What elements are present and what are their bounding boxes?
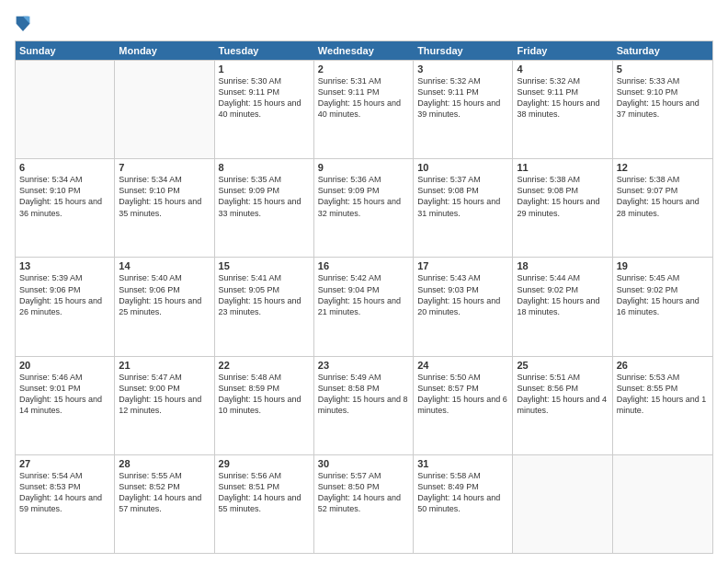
day-info: Sunrise: 5:53 AM Sunset: 8:55 PM Dayligh… [617, 372, 709, 417]
day-info: Sunrise: 5:31 AM Sunset: 9:11 PM Dayligh… [318, 75, 409, 121]
logo [15, 13, 33, 33]
header [15, 13, 713, 33]
day-number: 14 [119, 260, 210, 271]
day-number: 20 [19, 360, 110, 371]
day-number: 13 [19, 260, 110, 271]
day-info: Sunrise: 5:36 AM Sunset: 9:09 PM Dayligh… [318, 174, 409, 219]
day-number: 8 [219, 162, 310, 173]
calendar-cell [16, 61, 115, 158]
day-info: Sunrise: 5:44 AM Sunset: 9:02 PM Dayligh… [517, 272, 608, 317]
day-number: 18 [517, 260, 608, 271]
day-info: Sunrise: 5:39 AM Sunset: 9:06 PM Dayligh… [19, 272, 110, 317]
calendar-cell: 22Sunrise: 5:48 AM Sunset: 8:59 PM Dayli… [215, 357, 314, 454]
day-number: 30 [318, 458, 409, 469]
day-number: 26 [617, 360, 709, 371]
calendar-cell [115, 61, 214, 158]
calendar-cell [613, 455, 712, 553]
calendar-cell: 23Sunrise: 5:49 AM Sunset: 8:58 PM Dayli… [314, 357, 414, 454]
calendar-cell: 17Sunrise: 5:43 AM Sunset: 9:03 PM Dayli… [414, 258, 513, 355]
calendar-cell: 29Sunrise: 5:56 AM Sunset: 8:51 PM Dayli… [215, 455, 314, 553]
logo-icon [15, 13, 31, 33]
calendar-row: 6Sunrise: 5:34 AM Sunset: 9:10 PM Daylig… [16, 158, 712, 257]
header-day: Saturday [613, 41, 712, 60]
day-number: 12 [617, 162, 709, 173]
day-number: 15 [219, 260, 310, 271]
header-day: Tuesday [215, 41, 314, 60]
calendar-cell: 28Sunrise: 5:55 AM Sunset: 8:52 PM Dayli… [115, 455, 214, 553]
day-info: Sunrise: 5:57 AM Sunset: 8:50 PM Dayligh… [318, 470, 409, 515]
calendar-cell: 24Sunrise: 5:50 AM Sunset: 8:57 PM Dayli… [414, 357, 513, 454]
day-info: Sunrise: 5:38 AM Sunset: 9:08 PM Dayligh… [517, 174, 608, 219]
calendar-row: 20Sunrise: 5:46 AM Sunset: 9:01 PM Dayli… [16, 356, 712, 454]
day-info: Sunrise: 5:34 AM Sunset: 9:10 PM Dayligh… [119, 174, 210, 219]
calendar-cell: 31Sunrise: 5:58 AM Sunset: 8:49 PM Dayli… [414, 455, 513, 553]
header-day: Thursday [414, 41, 513, 60]
day-info: Sunrise: 5:49 AM Sunset: 8:58 PM Dayligh… [318, 372, 409, 417]
day-info: Sunrise: 5:50 AM Sunset: 8:57 PM Dayligh… [417, 372, 508, 417]
header-day: Wednesday [314, 41, 414, 60]
day-info: Sunrise: 5:33 AM Sunset: 9:10 PM Dayligh… [617, 75, 709, 121]
day-number: 25 [517, 360, 608, 371]
day-number: 31 [417, 458, 508, 469]
calendar-header: SundayMondayTuesdayWednesdayThursdayFrid… [16, 41, 712, 60]
day-number: 6 [19, 162, 110, 173]
day-number: 29 [219, 458, 310, 469]
calendar-cell: 6Sunrise: 5:34 AM Sunset: 9:10 PM Daylig… [16, 159, 115, 257]
calendar-cell: 1Sunrise: 5:30 AM Sunset: 9:11 PM Daylig… [215, 61, 314, 158]
day-info: Sunrise: 5:55 AM Sunset: 8:52 PM Dayligh… [119, 470, 210, 515]
day-info: Sunrise: 5:40 AM Sunset: 9:06 PM Dayligh… [119, 272, 210, 317]
day-info: Sunrise: 5:34 AM Sunset: 9:10 PM Dayligh… [19, 174, 110, 219]
day-info: Sunrise: 5:42 AM Sunset: 9:04 PM Dayligh… [318, 272, 409, 317]
calendar-cell: 14Sunrise: 5:40 AM Sunset: 9:06 PM Dayli… [115, 258, 214, 355]
calendar-cell [513, 455, 612, 553]
calendar-cell: 5Sunrise: 5:33 AM Sunset: 9:10 PM Daylig… [613, 61, 712, 158]
page: SundayMondayTuesdayWednesdayThursdayFrid… [0, 0, 728, 563]
calendar-cell: 11Sunrise: 5:38 AM Sunset: 9:08 PM Dayli… [513, 159, 612, 257]
header-day: Sunday [16, 41, 115, 60]
day-number: 1 [219, 63, 310, 75]
day-number: 21 [119, 360, 210, 371]
calendar-cell: 9Sunrise: 5:36 AM Sunset: 9:09 PM Daylig… [314, 159, 414, 257]
day-info: Sunrise: 5:45 AM Sunset: 9:02 PM Dayligh… [617, 272, 709, 317]
calendar-cell: 21Sunrise: 5:47 AM Sunset: 9:00 PM Dayli… [115, 357, 214, 454]
day-number: 7 [119, 162, 210, 173]
day-number: 17 [417, 260, 508, 271]
calendar-cell: 2Sunrise: 5:31 AM Sunset: 9:11 PM Daylig… [314, 61, 414, 158]
header-day: Monday [115, 41, 214, 60]
calendar-cell: 8Sunrise: 5:35 AM Sunset: 9:09 PM Daylig… [215, 159, 314, 257]
day-number: 22 [219, 360, 310, 371]
calendar-cell: 25Sunrise: 5:51 AM Sunset: 8:56 PM Dayli… [513, 357, 612, 454]
header-day: Friday [513, 41, 612, 60]
calendar-cell: 26Sunrise: 5:53 AM Sunset: 8:55 PM Dayli… [613, 357, 712, 454]
calendar-cell: 20Sunrise: 5:46 AM Sunset: 9:01 PM Dayli… [16, 357, 115, 454]
day-info: Sunrise: 5:54 AM Sunset: 8:53 PM Dayligh… [19, 470, 110, 515]
day-number: 9 [318, 162, 409, 173]
calendar-cell: 4Sunrise: 5:32 AM Sunset: 9:11 PM Daylig… [513, 61, 612, 158]
day-number: 2 [318, 63, 409, 75]
day-number: 24 [417, 360, 508, 371]
calendar-cell: 27Sunrise: 5:54 AM Sunset: 8:53 PM Dayli… [16, 455, 115, 553]
calendar-row: 27Sunrise: 5:54 AM Sunset: 8:53 PM Dayli… [16, 454, 712, 553]
calendar-cell: 18Sunrise: 5:44 AM Sunset: 9:02 PM Dayli… [513, 258, 612, 355]
day-info: Sunrise: 5:30 AM Sunset: 9:11 PM Dayligh… [219, 75, 310, 121]
calendar-cell: 19Sunrise: 5:45 AM Sunset: 9:02 PM Dayli… [613, 258, 712, 355]
day-info: Sunrise: 5:35 AM Sunset: 9:09 PM Dayligh… [219, 174, 310, 219]
day-number: 16 [318, 260, 409, 271]
day-number: 4 [517, 63, 608, 75]
day-info: Sunrise: 5:32 AM Sunset: 9:11 PM Dayligh… [517, 75, 608, 121]
calendar-row: 1Sunrise: 5:30 AM Sunset: 9:11 PM Daylig… [16, 60, 712, 158]
calendar-cell: 7Sunrise: 5:34 AM Sunset: 9:10 PM Daylig… [115, 159, 214, 257]
day-number: 3 [417, 63, 508, 75]
day-info: Sunrise: 5:48 AM Sunset: 8:59 PM Dayligh… [219, 372, 310, 417]
day-info: Sunrise: 5:56 AM Sunset: 8:51 PM Dayligh… [219, 470, 310, 515]
calendar-cell: 13Sunrise: 5:39 AM Sunset: 9:06 PM Dayli… [16, 258, 115, 355]
calendar-cell: 10Sunrise: 5:37 AM Sunset: 9:08 PM Dayli… [414, 159, 513, 257]
day-info: Sunrise: 5:41 AM Sunset: 9:05 PM Dayligh… [219, 272, 310, 317]
calendar-cell: 30Sunrise: 5:57 AM Sunset: 8:50 PM Dayli… [314, 455, 414, 553]
day-number: 10 [417, 162, 508, 173]
day-number: 11 [517, 162, 608, 173]
day-info: Sunrise: 5:58 AM Sunset: 8:49 PM Dayligh… [417, 470, 508, 515]
day-number: 27 [19, 458, 110, 469]
day-info: Sunrise: 5:38 AM Sunset: 9:07 PM Dayligh… [617, 174, 709, 219]
day-info: Sunrise: 5:43 AM Sunset: 9:03 PM Dayligh… [417, 272, 508, 317]
